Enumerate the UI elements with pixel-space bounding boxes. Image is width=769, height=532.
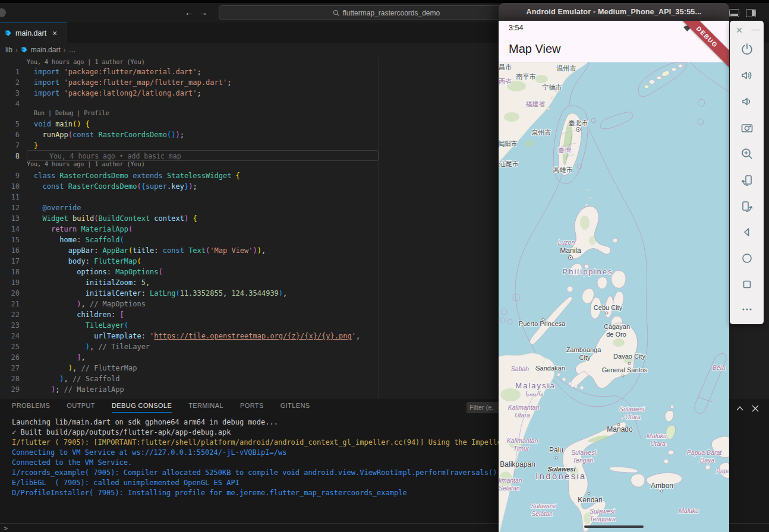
map-label: Sandakan [535, 365, 565, 372]
codelens-blame-class[interactable]: You, 4 hours ago | 1 author (You) [27, 161, 145, 168]
console-line: Connecting to VM Service at ws://127.0.0… [12, 448, 286, 458]
nav-forward-icon[interactable]: → [197, 7, 209, 17]
codelens-run-debug-profile[interactable]: Run | Debug | Profile [34, 110, 109, 117]
map-view[interactable]: 昌市南平市温州市宁德市西省福建省臺北市泉州市揭阳市臺灣汕尾市高雄市LuzonMa… [499, 62, 729, 532]
panel-tab-ports[interactable]: PORTS [240, 402, 264, 413]
split-editor-icon[interactable] [746, 9, 756, 17]
panel-tab-problems[interactable]: PROBLEMS [12, 402, 50, 413]
volume-down-icon[interactable] [740, 94, 754, 109]
emulator-window-title: Android Emulator - Medium_Phone_API_35:5… [527, 8, 702, 16]
code-editor[interactable]: You, 4 hours ago | 1 author (You) Run | … [0, 56, 498, 398]
map-label: Selatan [499, 484, 520, 492]
codelens-blame-imports[interactable]: You, 4 hours ago | 1 author (You) [27, 59, 145, 66]
inline-blame-annotation: You, 4 hours ago • add basic map [27, 150, 379, 161]
map-label: Manado [607, 425, 633, 433]
nav-back-icon[interactable]: ← [183, 7, 195, 17]
map-label: Cebu City [594, 304, 623, 311]
map-label: 臺灣 [558, 147, 571, 154]
map-label: Ambon [651, 482, 673, 490]
openstreetmap-canvas[interactable]: 昌市南平市温州市宁德市西省福建省臺北市泉州市揭阳市臺灣汕尾市高雄市LuzonMa… [499, 62, 729, 532]
breadcrumb-lib[interactable]: lib [5, 46, 12, 54]
camera-icon[interactable] [740, 121, 754, 135]
power-icon[interactable] [740, 42, 754, 56]
map-label: Philippines [563, 267, 613, 276]
maximize-panel-icon[interactable] [735, 403, 745, 414]
map-label: Utara [625, 413, 641, 420]
map-label: Sabah [511, 365, 530, 372]
breadcrumb: lib › main.dart › … [0, 43, 503, 56]
panel-tab-terminal[interactable]: TERMINAL [188, 402, 223, 413]
map-label: Tengah [573, 457, 594, 464]
map-label: Bela [713, 364, 725, 371]
tab-close-icon[interactable]: × [52, 28, 57, 38]
emulator-toolbar: ✕ — [730, 21, 764, 324]
map-label: Zamboanga [566, 346, 602, 353]
panel-tab-output[interactable]: OUTPUT [67, 402, 95, 413]
minimize-icon[interactable]: — [751, 24, 759, 34]
map-label: 西省 [499, 78, 512, 85]
breadcrumb-file[interactable]: main.dart [31, 46, 61, 54]
search-value: fluttermap_rastercoords_demo [343, 9, 440, 17]
map-label: Papu [716, 467, 729, 474]
tab-main-dart[interactable]: main.dart × [0, 23, 67, 43]
map-label: City [579, 354, 591, 361]
console-line: I/flutter ( 7905): [IMPORTANT:flutter/sh… [12, 438, 502, 448]
console-line: E/libEGL ( 7905): called unimplemented O… [12, 478, 239, 488]
app-bar: Map View [499, 36, 729, 62]
console-line: Launching lib/main.dart on sdk gphone64 … [12, 417, 278, 428]
home-icon[interactable] [740, 251, 754, 265]
map-label: Sulawesi [531, 502, 556, 509]
console-line: D/ProfileInstaller( 7905): Installing pr… [12, 488, 407, 498]
map-label: Puerto Princesa [519, 320, 566, 327]
map-label: Utara [650, 440, 666, 447]
map-label: Cagayan [604, 323, 630, 330]
map-label: Sulawesi [619, 406, 645, 413]
close-panel-icon[interactable] [750, 403, 761, 414]
map-label: 宁德市 [543, 84, 562, 91]
status-icons [683, 24, 703, 32]
search-icon [333, 10, 340, 17]
screen: ← → fluttermap_rastercoords_demo main.da… [0, 0, 769, 532]
map-label: 福建省 [526, 100, 546, 107]
overview-icon[interactable] [740, 277, 754, 292]
back-icon[interactable] [740, 225, 754, 239]
map-label: Timur [513, 445, 530, 452]
emulator-screen[interactable]: 3:54 Map View [499, 21, 729, 532]
toggle-panel-icon[interactable] [729, 9, 739, 17]
rotate-right-icon[interactable] [740, 199, 754, 213]
signal-icon [694, 24, 703, 32]
console-line: Connected to the VM Service. [12, 458, 132, 468]
status-time: 3:54 [509, 24, 523, 32]
gesture-navigation-bar[interactable] [584, 525, 644, 528]
filter-input[interactable]: Filter (e. [467, 402, 501, 413]
map-label: 泉州市 [532, 129, 551, 136]
map-label: Davao City [613, 353, 645, 360]
map-label: 昌市 [499, 64, 512, 71]
volume-up-icon[interactable] [740, 68, 754, 83]
more-icon[interactable] [740, 302, 754, 316]
map-label: de Oro [606, 331, 626, 338]
editor-ruler [379, 56, 379, 398]
dart-icon [5, 30, 12, 37]
map-label: Utara [515, 411, 530, 419]
console-prompt[interactable]: > [4, 524, 8, 532]
tab-label: main.dart [15, 29, 46, 37]
close-icon[interactable]: ✕ [736, 26, 743, 35]
rotate-left-icon[interactable] [740, 173, 754, 187]
breadcrumb-symbol[interactable]: … [68, 46, 75, 54]
phone-statusbar: 3:54 [499, 21, 729, 36]
map-label: Manila [560, 246, 581, 255]
window-control-dot[interactable] [0, 8, 6, 17]
map-label: Balikpapan [500, 460, 535, 468]
zoom-in-icon[interactable] [740, 147, 754, 161]
panel-tab-debug-console[interactable]: DEBUG CONSOLE [112, 402, 172, 413]
map-label: Selatan [531, 510, 553, 517]
map-label: Maluku [647, 432, 667, 439]
map-label: ماليسيا [525, 390, 544, 397]
map-label: Papua Barat [687, 449, 722, 456]
wifi-icon [683, 24, 692, 32]
map-label: 揭阳市 [499, 140, 518, 147]
emulator-titlebar[interactable]: Android Emulator - Medium_Phone_API_35:5… [499, 3, 729, 21]
panel-tab-gitlens[interactable]: GITLENS [281, 402, 310, 413]
console-line: I/rcoords_example( 7905): Compiler alloc… [12, 468, 497, 478]
